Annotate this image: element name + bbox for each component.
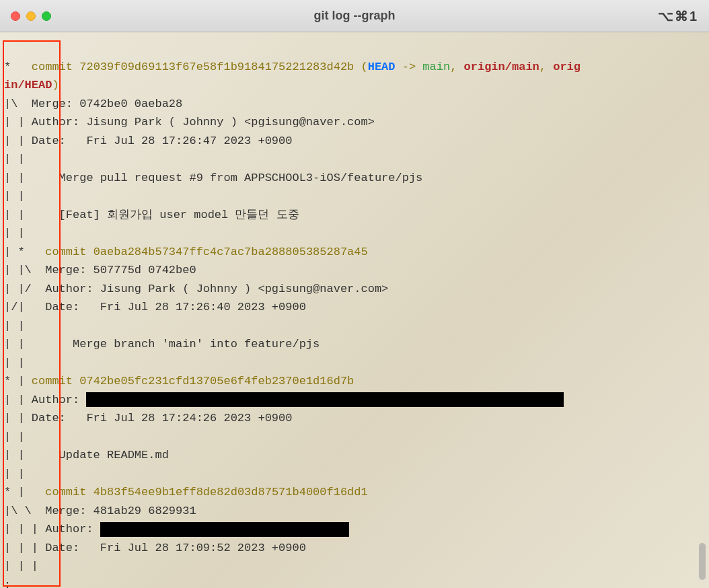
pager-prompt[interactable]: : (4, 579, 17, 589)
ref-head: HEAD (368, 61, 396, 73)
ref-main: main (422, 61, 450, 73)
blank-line: | | | (4, 560, 45, 573)
ref-sep: , (450, 61, 463, 73)
maximize-button[interactable] (42, 11, 51, 21)
commit-hash: 0aeba284b57347ffc4c7ac7ba288805385287a45 (94, 246, 368, 258)
terminal-output[interactable]: * commit 72039f09d69113f67e58f1b91841752… (0, 32, 709, 588)
ref-origin-head: orig (553, 61, 581, 73)
blank-line: | | (4, 320, 32, 332)
redacted-author (100, 522, 349, 537)
blank-line: | | (4, 431, 32, 443)
traffic-lights (11, 11, 51, 21)
graph-line: | * (4, 246, 45, 258)
scrollbar-thumb[interactable] (699, 543, 706, 580)
commit-hash: 4b83f54ee9b1eff8de82d03d87571b4000f16dd1 (94, 486, 368, 499)
graph-line: * | (4, 486, 45, 499)
commit-message: | | Merge branch 'main' into feature/pjs (4, 338, 320, 351)
refs-open: ( (354, 61, 367, 73)
graph-line: * (4, 61, 32, 73)
minimize-button[interactable] (26, 11, 36, 21)
commit-label: commit (32, 61, 79, 73)
author-line: | | | Author: (4, 523, 100, 536)
author-line: | |/ Author: Jisung Park ( Johnny ) <pgi… (4, 283, 388, 295)
blank-line: | | (4, 190, 32, 203)
commit-label: commit (45, 486, 93, 499)
commit-label: commit (45, 246, 93, 258)
commit-label: commit (32, 375, 79, 388)
blank-line: | | (4, 227, 32, 240)
graph-line: * | (4, 375, 32, 388)
close-button[interactable] (11, 11, 20, 21)
author-line: | | Author: (4, 394, 86, 406)
merge-line: | |\ Merge: 507775d 0742be0 (4, 264, 196, 277)
ref-origin-main: origin/main (464, 61, 539, 73)
date-line: | | | Date: Fri Jul 28 17:09:52 2023 +09… (4, 542, 306, 554)
merge-line: |\ Merge: 0742be0 0aeba28 (4, 98, 182, 110)
date-line: | | Date: Fri Jul 28 17:24:26 2023 +0900 (4, 412, 292, 425)
author-line: | | Author: Jisung Park ( Johnny ) <pgis… (4, 116, 375, 128)
titlebar: git log --graph ⌥⌘1 (0, 0, 709, 32)
date-line: | | Date: Fri Jul 28 17:26:47 2023 +0900 (4, 135, 292, 147)
redacted-author (86, 392, 564, 407)
date-line: |/| Date: Fri Jul 28 17:26:40 2023 +0900 (4, 301, 306, 314)
commit-message: | | [Feat] 회원가입 user model 만들던 도중 (4, 209, 299, 221)
blank-line: | | (4, 357, 32, 369)
commit-message: | | Merge pull request #9 from APPSCHOOL… (4, 172, 422, 184)
window-shortcut: ⌥⌘1 (658, 8, 698, 24)
commit-hash: 72039f09d69113f67e58f1b9184175221283d42b (79, 61, 354, 73)
refs-close: ) (52, 79, 59, 91)
commit-message: | | Update README.md (4, 449, 169, 462)
blank-line: | | (4, 468, 32, 480)
commit-hash: 0742be05fc231cfd13705e6f4feb2370e1d16d7b (79, 375, 354, 388)
window-title: git log --graph (314, 9, 396, 23)
blank-line: | | (4, 153, 32, 166)
ref-origin-head-wrap: in/HEAD (4, 79, 52, 91)
ref-arrow: -> (396, 61, 423, 73)
ref-sep: , (539, 61, 553, 73)
merge-line: |\ \ Merge: 481ab29 6829931 (4, 505, 196, 517)
